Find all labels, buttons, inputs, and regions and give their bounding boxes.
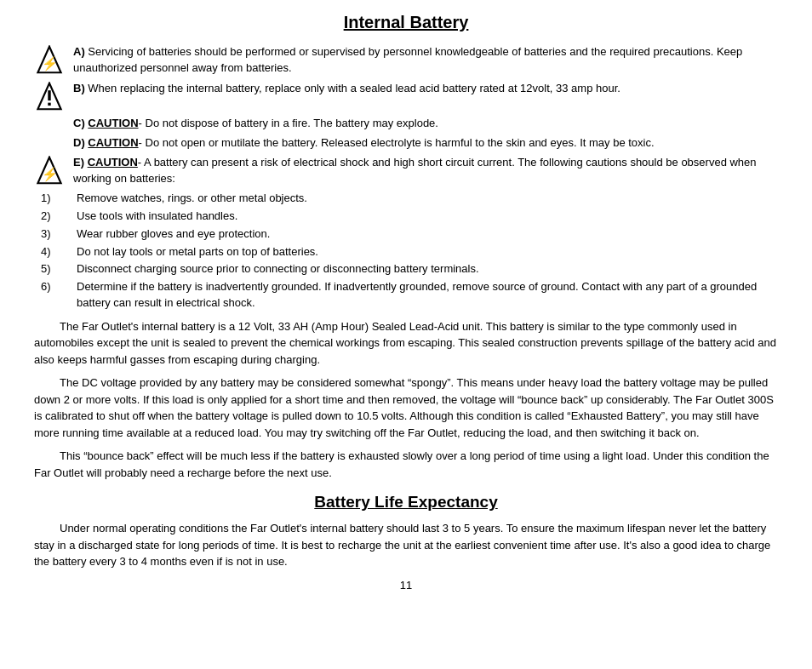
list-item: 5) Disconnect charging source prior to c…	[34, 261, 778, 277]
exclamation-icon-b	[34, 81, 65, 112]
warning-a-text: A) Servicing of batteries should be perf…	[73, 44, 778, 77]
warning-e-text: E) CAUTION- A battery can present a risk…	[73, 155, 778, 187]
list-item: 4) Do not lay tools or metal parts on to…	[34, 244, 778, 260]
lightning-icon-a: ⚡	[34, 44, 65, 75]
warning-c-text: C) CAUTION- Do not dispose of battery in…	[73, 116, 778, 132]
svg-rect-4	[48, 102, 50, 105]
lightning-icon-e: ⚡	[34, 155, 65, 186]
page-title: Internal Battery	[34, 13, 778, 32]
battery-life-paragraph: Under normal operating conditions the Fa…	[34, 520, 778, 570]
paragraph-3: This “bounce back” effect will be much l…	[34, 448, 778, 481]
list-item: 6) Determine if the battery is inadverte…	[34, 279, 778, 312]
list-item: 2) Use tools with insulated handles.	[34, 209, 778, 225]
svg-text:⚡: ⚡	[42, 167, 59, 183]
numbered-list: 1) Remove watches, rings. or other metal…	[34, 191, 778, 312]
svg-text:⚡: ⚡	[42, 55, 59, 71]
warning-d-text: D) CAUTION- Do not open or mutilate the …	[73, 135, 778, 152]
warning-row-a: ⚡ A) Servicing of batteries should be pe…	[34, 44, 778, 77]
list-item: 1) Remove watches, rings. or other metal…	[34, 191, 778, 207]
section2-title: Battery Life Expectancy	[34, 493, 778, 512]
paragraph-2: The DC voltage provided by any battery m…	[34, 375, 778, 441]
paragraph-1: The Far Outlet's internal battery is a 1…	[34, 318, 778, 369]
warning-cd-block: C) CAUTION- Do not dispose of battery in…	[34, 116, 778, 152]
warning-b-text: B) When replacing the internal battery, …	[73, 81, 778, 97]
svg-rect-3	[48, 90, 50, 100]
page-number: 11	[34, 579, 778, 592]
list-item: 3) Wear rubber gloves and eye protection…	[34, 226, 778, 243]
warning-row-b: B) When replacing the internal battery, …	[34, 81, 778, 112]
warning-row-e: ⚡ E) CAUTION- A battery can present a ri…	[34, 155, 778, 187]
